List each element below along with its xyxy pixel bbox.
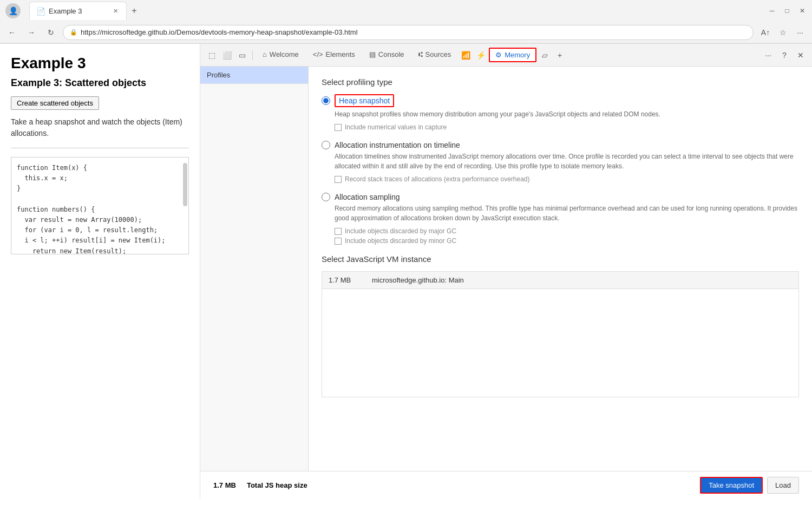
lock-icon: 🔒 [70, 29, 77, 36]
include-major-gc-checkbox[interactable] [335, 228, 342, 235]
select-vm-instance-title: Select JavaScript VM instance [322, 254, 799, 264]
help-icon[interactable]: ? [777, 48, 791, 62]
include-minor-gc-checkbox[interactable] [335, 238, 342, 245]
heap-size-label: Total JS heap size [247, 481, 307, 489]
take-snapshot-button[interactable]: Take snapshot [700, 477, 763, 494]
allocation-timeline-desc: Allocation timelines show instrumented J… [335, 152, 799, 171]
inspect-element-icon[interactable]: ⬚ [205, 48, 219, 62]
tab-console-label: Console [378, 50, 404, 58]
more-actions-button[interactable]: ··· [793, 25, 808, 40]
tab-title: Example 3 [49, 7, 82, 15]
refresh-button[interactable]: ↻ [43, 25, 58, 40]
page-description: Take a heap snapshot and watch the objec… [11, 116, 189, 139]
vm-table-empty-area [322, 288, 798, 397]
more-tabs-icon[interactable]: ··· [761, 48, 775, 62]
scrollbar[interactable] [183, 163, 187, 206]
tab-elements-label: Elements [326, 50, 355, 58]
include-minor-gc-label: Include objects discarded by minor GC [345, 237, 456, 245]
include-numerical-label: Include numerical values in capture [345, 123, 447, 131]
tab-console[interactable]: ▤ Console [363, 47, 411, 63]
memory-main: Select profiling type Heap snapshot Heap… [309, 67, 812, 471]
maximize-button[interactable]: □ [783, 6, 791, 15]
elements-icon: </> [313, 50, 323, 58]
allocation-timeline-radio-label[interactable]: Allocation instrumentation on timeline [322, 141, 799, 149]
tab-memory-label: Memory [505, 51, 530, 59]
page-title: Example 3 [11, 55, 189, 72]
allocation-timeline-label: Allocation instrumentation on timeline [335, 141, 460, 149]
console-icon: ▤ [369, 50, 376, 58]
heap-snapshot-radio[interactable] [322, 96, 330, 105]
profiles-sidebar: Profiles [200, 67, 309, 471]
include-major-gc-row: Include objects discarded by major GC [335, 227, 799, 235]
select-profiling-type-title: Select profiling type [322, 77, 799, 87]
storage-icon[interactable]: ▱ [538, 48, 552, 62]
heap-size-value: 1.7 MB [213, 481, 236, 489]
tab-favicon: 📄 [36, 7, 45, 16]
footer-bar: 1.7 MB Total JS heap size Take snapshot … [200, 471, 812, 499]
tab-welcome-label: Welcome [270, 50, 299, 58]
tab-close-button[interactable]: ✕ [111, 7, 120, 16]
address-bar: ← → ↻ 🔒 https://microsoftedge.github.io/… [0, 22, 812, 43]
devtools-body: Profiles Select profiling type Heap snap… [200, 67, 812, 471]
favorites-button[interactable]: ☆ [775, 25, 790, 40]
profiles-header-label: Profiles [200, 67, 308, 84]
allocation-sampling-label: Allocation sampling [335, 193, 400, 201]
device-mode-icon[interactable]: ⬜ [220, 48, 234, 62]
tab-sources-label: Sources [425, 50, 451, 58]
main-layout: Example 3 Example 3: Scattered objects C… [0, 44, 812, 499]
vm-url: microsoftedge.github.io: Main [372, 276, 464, 284]
tab-bar: 📄 Example 3 ✕ + [25, 1, 146, 21]
tab-elements[interactable]: </> Elements [306, 47, 362, 63]
profile-icon[interactable]: 👤 [5, 3, 21, 18]
tab-sources[interactable]: ⑆ Sources [412, 47, 458, 63]
title-bar-left: 👤 📄 Example 3 ✕ + [5, 1, 146, 21]
vm-instance-row[interactable]: 1.7 MB microsoftedge.github.io: Main [322, 272, 798, 288]
url-bar[interactable]: 🔒 https://microsoftedge.github.io/Demos/… [63, 25, 754, 40]
performance-icon[interactable]: ⚡ [474, 48, 488, 62]
heap-snapshot-radio-label[interactable]: Heap snapshot [322, 94, 799, 107]
close-window-button[interactable]: ✕ [798, 6, 807, 15]
heap-snapshot-option: Heap snapshot Heap snapshot profiles sho… [322, 94, 799, 131]
allocation-timeline-radio[interactable] [322, 141, 330, 149]
welcome-icon: ⌂ [263, 50, 267, 58]
page-subtitle: Example 3: Scattered objects [11, 77, 189, 89]
include-minor-gc-row: Include objects discarded by minor GC [335, 237, 799, 245]
tab-memory[interactable]: ⚙ Memory [489, 48, 536, 62]
include-major-gc-label: Include objects discarded by major GC [345, 227, 456, 235]
devtools-panel: ⬚ ⬜ ▭ ⌂ Welcome </> Elements ▤ Console ⑆… [200, 44, 812, 499]
allocation-sampling-radio-label[interactable]: Allocation sampling [322, 193, 799, 201]
tab-welcome[interactable]: ⌂ Welcome [256, 47, 305, 63]
network-icon[interactable]: 📶 [459, 48, 473, 62]
browser-actions: A↑ ☆ ··· [758, 25, 808, 40]
code-block: function Item(x) { this.x = x; } functio… [11, 157, 189, 254]
forward-button[interactable]: → [24, 25, 39, 40]
include-numerical-checkbox[interactable] [335, 124, 342, 131]
back-button[interactable]: ← [4, 25, 19, 40]
sources-icon: ⑆ [418, 50, 423, 58]
allocation-sampling-radio[interactable] [322, 193, 330, 201]
dock-mode-icon[interactable]: ▭ [235, 48, 249, 62]
add-tab-icon[interactable]: + [553, 48, 567, 62]
page-content: Example 3 Example 3: Scattered objects C… [0, 44, 200, 499]
toolbar-separator [252, 50, 253, 60]
close-devtools-icon[interactable]: ✕ [794, 48, 808, 62]
active-tab[interactable]: 📄 Example 3 ✕ [29, 2, 127, 20]
code-text: function Item(x) { this.x = x; } functio… [17, 163, 183, 254]
vm-size: 1.7 MB [329, 276, 361, 284]
divider [11, 148, 189, 148]
url-text: https://microsoftedge.github.io/Demos/de… [81, 28, 358, 36]
vm-section: Select JavaScript VM instance 1.7 MB mic… [322, 254, 799, 397]
footer-actions: Take snapshot Load [700, 477, 799, 494]
record-stack-traces-checkbox[interactable] [335, 176, 342, 183]
read-aloud-button[interactable]: A↑ [758, 25, 773, 40]
new-tab-button[interactable]: + [127, 3, 142, 18]
heap-snapshot-label: Heap snapshot [339, 96, 390, 105]
minimize-button[interactable]: ─ [768, 6, 776, 15]
allocation-sampling-option: Allocation sampling Record memory alloca… [322, 193, 799, 245]
load-button[interactable]: Load [767, 477, 799, 494]
allocation-timeline-option: Allocation instrumentation on timeline A… [322, 141, 799, 183]
record-stack-traces-row: Record stack traces of allocations (extr… [335, 175, 799, 183]
memory-gear-icon: ⚙ [495, 51, 502, 59]
vm-instance-table: 1.7 MB microsoftedge.github.io: Main [322, 271, 799, 397]
create-scattered-objects-button[interactable]: Create scattered objects [11, 96, 99, 110]
